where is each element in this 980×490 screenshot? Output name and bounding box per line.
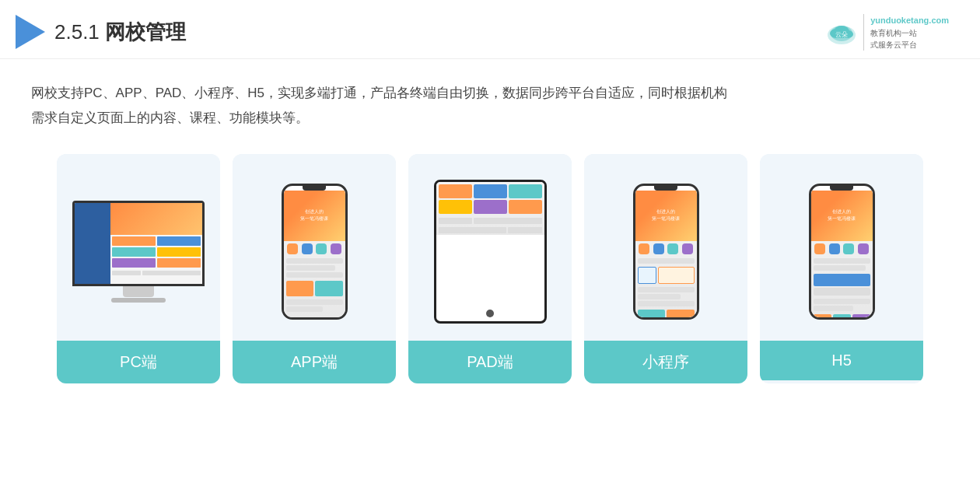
card-pc: PC端 <box>57 154 220 383</box>
card-image-h5: 创进人的第一笔冯楼课 <box>760 154 923 341</box>
brand-domain: yunduoketang.com <box>870 14 949 27</box>
card-image-app: 创进人的第一笔冯楼课 <box>233 154 396 341</box>
phone-device-mock-h5: 创进人的第一笔冯楼课 <box>809 184 875 320</box>
header-right: 云朵 yunduoketang.com 教育机构一站 式服务云平台 <box>824 14 949 51</box>
brand-logo: 云朵 yunduoketang.com 教育机构一站 式服务云平台 <box>824 14 949 51</box>
card-h5: 创进人的第一笔冯楼课 <box>760 154 923 383</box>
tablet-screen <box>436 182 544 235</box>
brand-tagline1: 教育机构一站 <box>870 27 949 39</box>
header-left: 2.5.1 网校管理 <box>16 15 186 49</box>
brand-text-block: yunduoketang.com 教育机构一站 式服务云平台 <box>863 14 949 51</box>
cards-section: PC端 创进人的第一笔冯楼课 <box>0 138 980 383</box>
header: 2.5.1 网校管理 云朵 yunduoketang.com <box>0 0 980 59</box>
description-line2: 需求自定义页面上的内容、课程、功能模块等。 <box>31 106 949 131</box>
card-pad: PAD端 <box>408 154 572 383</box>
phone-device-mock-mini: 创进人的第一笔冯楼课 <box>633 184 699 320</box>
card-label-pad: PAD端 <box>408 341 572 383</box>
desktop-device-mock <box>72 201 205 303</box>
card-label-pc: PC端 <box>57 341 220 383</box>
card-image-pc <box>57 154 220 341</box>
desktop-base <box>111 298 166 303</box>
phone-screen: 创进人的第一笔冯楼课 <box>284 191 345 317</box>
desktop-screen <box>72 201 205 286</box>
card-label-app: APP端 <box>233 341 396 383</box>
h5-screen: 创进人的第一笔冯楼课 <box>811 191 873 317</box>
page-container: 2.5.1 网校管理 云朵 yunduoketang.com <box>0 0 980 490</box>
card-miniprogram: 创进人的第一笔冯楼课 <box>584 154 747 383</box>
description-block: 网校支持PC、APP、PAD、小程序、H5，实现多端打通，产品各终端自由切换，数… <box>0 59 980 139</box>
tablet-home-button <box>486 310 494 317</box>
card-label-h5: H5 <box>760 341 923 380</box>
desktop-stand <box>123 286 154 297</box>
phone-device-mock-app: 创进人的第一笔冯楼课 <box>282 184 348 320</box>
card-label-miniprogram: 小程序 <box>584 341 747 383</box>
brand-tagline2: 式服务云平台 <box>870 39 949 51</box>
svg-text:云朵: 云朵 <box>835 31 848 38</box>
brand-icon: 云朵 <box>824 18 859 46</box>
logo-triangle-icon <box>16 15 45 49</box>
page-title: 2.5.1 网校管理 <box>54 19 186 46</box>
tablet-device-mock <box>434 180 547 324</box>
card-image-pad <box>408 154 572 341</box>
miniprogram-screen: 创进人的第一笔冯楼课 <box>635 191 697 317</box>
card-image-miniprogram: 创进人的第一笔冯楼课 <box>584 154 747 341</box>
card-app: 创进人的第一笔冯楼课 <box>233 154 396 383</box>
description-line1: 网校支持PC、APP、PAD、小程序、H5，实现多端打通，产品各终端自由切换，数… <box>31 81 949 106</box>
